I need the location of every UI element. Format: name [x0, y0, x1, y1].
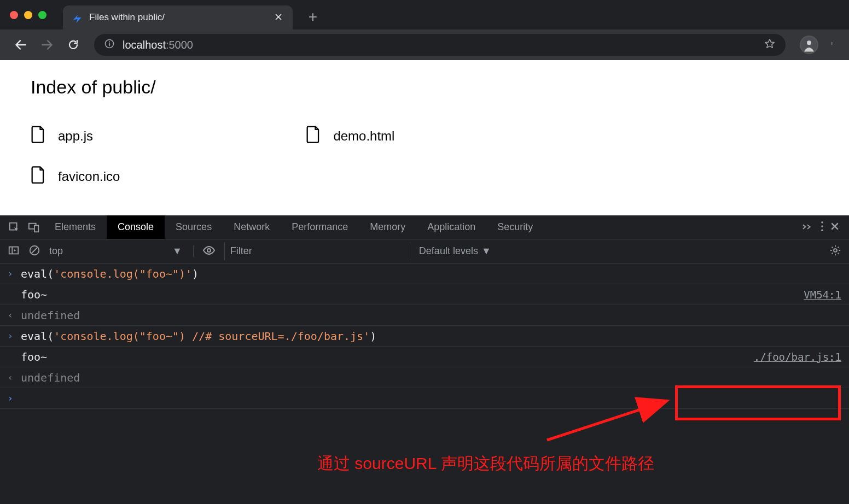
device-toolbar-button[interactable]: [24, 215, 44, 239]
file-name: favicon.ico: [58, 169, 120, 184]
devtools-tab-network[interactable]: Network: [223, 215, 281, 239]
tab-close-button[interactable]: [273, 10, 284, 25]
devtools-tab-sources[interactable]: Sources: [165, 215, 223, 239]
output-marker-icon: ‹: [8, 310, 21, 320]
devtools-tab-security[interactable]: Security: [486, 215, 544, 239]
file-icon: [306, 125, 321, 147]
devtools-menu-button[interactable]: [821, 221, 824, 234]
console-result-row: ‹ undefined: [0, 305, 849, 326]
input-marker-icon: ›: [8, 268, 21, 279]
console-settings-button[interactable]: [829, 244, 841, 259]
svg-line-17: [32, 247, 38, 253]
console-result-text: undefined: [21, 309, 841, 322]
console-code: eval('console.log("foo~") //# sourceURL=…: [21, 330, 841, 343]
console-log-row: foo~ VM54:1: [0, 284, 849, 305]
chevron-down-icon: ▼: [481, 245, 491, 257]
svg-point-12: [821, 225, 823, 227]
devtools-tab-memory[interactable]: Memory: [359, 215, 416, 239]
star-icon: [764, 38, 776, 50]
console-filter-input[interactable]: [224, 242, 410, 260]
file-icon: [31, 166, 46, 187]
console-prompt[interactable]: ›: [0, 388, 849, 409]
annotation-text: 通过 sourceURL 声明这段代码所属的文件路径: [317, 453, 654, 475]
svg-point-18: [207, 249, 211, 252]
forward-button[interactable]: [36, 34, 58, 56]
back-button[interactable]: [10, 34, 32, 56]
console-toolbar: top ▼ Default levels ▼: [0, 239, 849, 263]
log-level-select[interactable]: Default levels ▼: [419, 245, 491, 257]
sidebar-icon: [8, 244, 20, 256]
console-log-row: foo~ ./foo/bar.js:1: [0, 347, 849, 367]
console-code: eval(eval('console.log("foo~")')'console…: [21, 267, 841, 280]
svg-point-1: [109, 42, 110, 43]
log-source-link[interactable]: VM54:1: [804, 289, 841, 301]
svg-point-5: [831, 42, 832, 43]
console-sidebar-toggle[interactable]: [8, 244, 20, 259]
more-tabs-button[interactable]: [802, 222, 814, 232]
person-icon: [801, 37, 817, 53]
url-port: :5000: [166, 39, 193, 51]
bookmark-button[interactable]: [764, 38, 776, 52]
devtools-tab-application[interactable]: Application: [416, 215, 486, 239]
devtools-panel: Elements Console Sources Network Perform…: [0, 215, 849, 409]
arrow-left-icon: [14, 38, 28, 52]
url-text: localhost:5000: [123, 39, 193, 51]
browser-tab[interactable]: Files within public/: [63, 5, 293, 30]
console-log-text: foo~: [21, 288, 804, 301]
log-source-link[interactable]: ./foo/bar.js:1: [754, 351, 841, 363]
page-heading: Index of public/: [31, 77, 818, 98]
new-tab-button[interactable]: +: [304, 8, 322, 26]
live-expression-button[interactable]: [202, 244, 216, 259]
reload-button[interactable]: [62, 34, 84, 56]
chevron-down-icon: ▼: [172, 245, 182, 257]
execution-context-select[interactable]: top ▼: [49, 245, 194, 257]
window-controls: [10, 11, 46, 19]
close-icon: [275, 14, 282, 20]
tab-favicon-icon: [72, 12, 83, 23]
close-window-button[interactable]: [10, 11, 18, 19]
devtools-tabbar: Elements Console Sources Network Perform…: [0, 215, 849, 239]
kebab-icon: [831, 38, 835, 50]
file-link[interactable]: favicon.ico: [31, 166, 120, 187]
address-bar[interactable]: localhost:5000: [94, 34, 786, 56]
file-link[interactable]: app.js: [31, 125, 120, 147]
console-result-row: ‹ undefined: [0, 367, 849, 388]
file-link[interactable]: demo.html: [306, 125, 394, 147]
inspect-element-button[interactable]: [4, 215, 24, 239]
tab-title: Files within public/: [89, 12, 266, 23]
eye-icon: [202, 244, 216, 257]
titlebar: Files within public/ +: [0, 0, 849, 30]
console-log-text: foo~: [21, 350, 754, 364]
browser-chrome: Files within public/ + localhost:5000: [0, 0, 849, 60]
devtools-tab-elements[interactable]: Elements: [44, 215, 107, 239]
arrow-right-icon: [40, 38, 54, 52]
console-input-row: › eval('console.log("foo~") //# sourceUR…: [0, 326, 849, 347]
inspect-icon: [8, 221, 20, 233]
file-icon: [31, 125, 46, 147]
gear-icon: [829, 244, 841, 256]
minimize-window-button[interactable]: [24, 11, 32, 19]
page-content: Index of public/ app.js favicon.ico: [0, 60, 849, 215]
devtools-tab-performance[interactable]: Performance: [281, 215, 359, 239]
svg-rect-14: [9, 247, 19, 254]
browser-menu-button[interactable]: [827, 38, 839, 52]
clear-console-button[interactable]: [28, 244, 40, 259]
svg-point-4: [807, 40, 811, 45]
svg-point-7: [831, 44, 832, 45]
file-name: app.js: [58, 128, 93, 144]
devtools-close-button[interactable]: [830, 222, 839, 233]
input-marker-icon: ›: [8, 331, 21, 341]
site-info-icon[interactable]: [104, 38, 115, 51]
output-marker-icon: ‹: [8, 372, 21, 383]
svg-point-6: [831, 43, 832, 44]
file-listing: app.js favicon.ico demo.html: [31, 125, 818, 187]
console-result-text: undefined: [21, 371, 841, 384]
profile-avatar[interactable]: [800, 36, 818, 54]
chevron-double-right-icon: [802, 224, 814, 230]
svg-point-19: [834, 249, 837, 252]
reload-icon: [67, 38, 80, 51]
maximize-window-button[interactable]: [38, 11, 46, 19]
close-icon: [830, 222, 839, 231]
devtools-tab-console[interactable]: Console: [107, 215, 165, 239]
clear-icon: [28, 244, 40, 256]
